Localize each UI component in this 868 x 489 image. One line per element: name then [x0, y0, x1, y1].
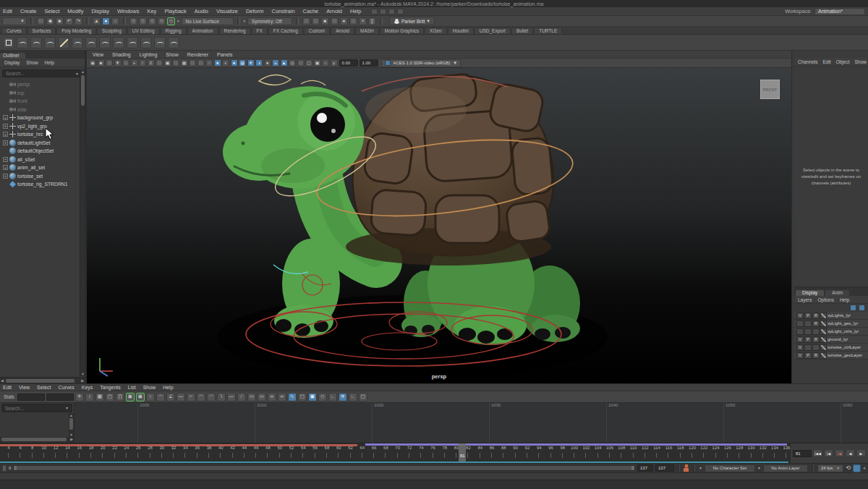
pause-icon[interactable]: || — [368, 17, 376, 25]
select-object-icon[interactable]: ● — [102, 17, 110, 25]
menu-item[interactable]: Audio — [195, 8, 208, 14]
post-infinity-icon[interactable]: ∞ — [278, 393, 286, 401]
filter-icon[interactable]: ▼ — [75, 72, 79, 76]
character-set-dropdown[interactable]: No Character Set — [705, 464, 755, 472]
exposure-icon[interactable]: ☼ — [322, 59, 329, 67]
colorspace-dropdown[interactable]: ACES 1.0 SDR-video (sRGB) ▼ — [381, 59, 461, 67]
offset-curve-icon[interactable] — [154, 37, 166, 48]
playback-loop-icon[interactable]: ⟲ — [846, 465, 851, 471]
viewport-menu-item[interactable]: Panels — [217, 52, 232, 57]
menu-item[interactable]: Constrain — [271, 8, 294, 14]
outliner-search-input[interactable]: Search... ▼ — [2, 69, 82, 77]
textured-icon[interactable]: ● — [231, 59, 238, 67]
bezier-curve-tool-icon[interactable] — [44, 37, 56, 48]
outliner-item[interactable]: + background_grp — [1, 114, 85, 122]
undo-icon[interactable]: ↶ — [65, 17, 73, 25]
retime-icon[interactable]: ∏ — [116, 393, 124, 401]
arc-tool-icon[interactable] — [72, 37, 83, 48]
shelf-tab[interactable]: Rigging — [161, 27, 187, 34]
isolate-select-icon[interactable]: □ — [297, 59, 305, 67]
scroll-right-icon[interactable]: ▶ — [81, 378, 84, 383]
scrollbar-thumb[interactable] — [6, 379, 75, 383]
layer-playback-toggle[interactable]: P — [804, 352, 812, 359]
graph-editor-menu-item[interactable]: Tangents — [100, 385, 120, 390]
layer-name[interactable]: vpLight_ctrls_lyr — [827, 329, 859, 333]
graph-editor-menu-item[interactable]: View — [19, 385, 30, 390]
smooth-shade-icon[interactable]: ● — [214, 59, 221, 67]
attach-curves-icon[interactable] — [99, 37, 111, 48]
layer-row[interactable]: V tortoise_ctrlLayer — [794, 344, 868, 352]
playback-end-field[interactable]: 137 — [637, 464, 653, 472]
value-snap-icon[interactable]: ◇ — [318, 393, 327, 401]
layer-visibility-toggle[interactable] — [796, 328, 804, 335]
node-label[interactable]: side — [17, 107, 26, 112]
account-menu[interactable]: Parker Britt ▾ — [389, 17, 435, 25]
buffer-curve-icon[interactable]: ▭ — [247, 393, 256, 401]
menu-item[interactable]: Playback — [164, 8, 186, 14]
xray-joints-icon[interactable]: ▣ — [314, 59, 321, 67]
render-icon[interactable]: □ — [302, 17, 310, 25]
detach-curves-icon[interactable] — [113, 37, 124, 48]
move-key-icon[interactable]: ✛ — [75, 393, 84, 401]
frame-all-icon[interactable]: ▣ — [126, 393, 135, 401]
layer-visibility-toggle[interactable]: V — [796, 344, 804, 351]
time-slider-track[interactable]: 4681012141618202224262830323436384042444… — [0, 443, 790, 463]
lighting-all-icon[interactable]: ☀ — [247, 59, 255, 67]
outliner-item[interactable]: + vp2_light_grp — [1, 122, 85, 131]
scroll-up-icon[interactable]: ▲ — [69, 413, 74, 417]
menu-item[interactable]: Edit — [3, 8, 12, 14]
clamped-tangent-icon[interactable]: ◠ — [156, 393, 165, 401]
layer-display-type-toggle[interactable]: R — [812, 352, 820, 359]
layer-visibility-toggle[interactable]: V — [796, 336, 804, 343]
exposure-field[interactable]: 0.00 — [339, 59, 358, 67]
chevron-down-icon[interactable]: ▼ — [699, 466, 702, 470]
channel-box-menu-item[interactable]: Object — [836, 59, 850, 64]
auto-keyframe-toggle-icon[interactable] — [853, 464, 861, 472]
node-label[interactable]: tortoise_hrc — [17, 132, 43, 137]
node-label[interactable]: vp2_light_grp — [17, 124, 47, 129]
layer-color-swatch[interactable] — [820, 320, 827, 327]
expand-icon[interactable]: + — [3, 174, 8, 179]
outliner-item[interactable]: + anim_all_set — [1, 163, 85, 172]
stacked-curves-icon[interactable]: ≋ — [339, 393, 347, 401]
flat-tangent-icon[interactable]: — — [176, 393, 185, 401]
layer-row[interactable]: R vpLight_geo_lyr — [794, 320, 868, 328]
layer-color-swatch[interactable] — [820, 336, 827, 343]
move-layer-up-icon[interactable] — [850, 305, 856, 311]
redo-icon[interactable]: ↷ — [75, 17, 82, 25]
cv-curve-tool-icon[interactable] — [30, 37, 42, 48]
layer-display-type-toggle[interactable]: R — [812, 320, 820, 327]
expand-icon[interactable]: + — [3, 124, 8, 129]
linear-tangent-icon[interactable]: ∠ — [166, 393, 175, 401]
expand-icon[interactable]: + — [3, 165, 8, 170]
viewport-menu-item[interactable]: Lighting — [140, 52, 158, 57]
outliner-item[interactable]: + all_sSet — [1, 156, 85, 164]
hotbox-icon[interactable] — [397, 9, 404, 14]
layer-editor-menu-item[interactable]: Help — [840, 297, 849, 302]
new-scene-icon[interactable]: □ — [37, 17, 45, 25]
layer-display-type-toggle[interactable] — [812, 328, 820, 335]
layer-editor-menu-item[interactable]: Options — [818, 297, 834, 302]
workspace-selector[interactable]: Workspace: Animation* — [785, 8, 865, 15]
layer-name[interactable]: ground_lyr — [827, 337, 848, 341]
shelf-tab[interactable]: MASH — [355, 27, 379, 34]
safe-action-icon[interactable]: □ — [189, 59, 196, 67]
scroll-right-icon[interactable]: ▶ — [70, 437, 73, 441]
scroll-down-icon[interactable]: ▼ — [80, 372, 85, 376]
ipr-render-icon[interactable]: □ — [312, 17, 320, 25]
layer-name[interactable]: vpLight_geo_lyr — [827, 321, 858, 326]
menu-item[interactable]: Create — [20, 8, 37, 14]
viewport-menu-item[interactable]: Shading — [112, 52, 131, 57]
xgen-icon[interactable]: × — [359, 17, 367, 25]
wireframe-on-shaded-icon[interactable]: ◍ — [239, 59, 246, 67]
layer-row[interactable]: vpLight_ctrls_lyr — [794, 328, 868, 336]
step-tangent-icon[interactable]: ⌐ — [187, 393, 195, 401]
shelf-tab[interactable]: Animation — [187, 27, 218, 34]
chevron-down-icon[interactable]: ▼ — [65, 406, 69, 410]
hypershade-icon[interactable]: □ — [331, 17, 339, 25]
layer-display-type-toggle[interactable] — [812, 344, 820, 351]
graph-editor-menu-item[interactable]: Keys — [82, 385, 93, 390]
stats-value-field[interactable] — [46, 394, 74, 401]
workspace-value[interactable]: Animation* — [814, 8, 865, 15]
select-component-icon[interactable]: ○ — [111, 17, 119, 25]
